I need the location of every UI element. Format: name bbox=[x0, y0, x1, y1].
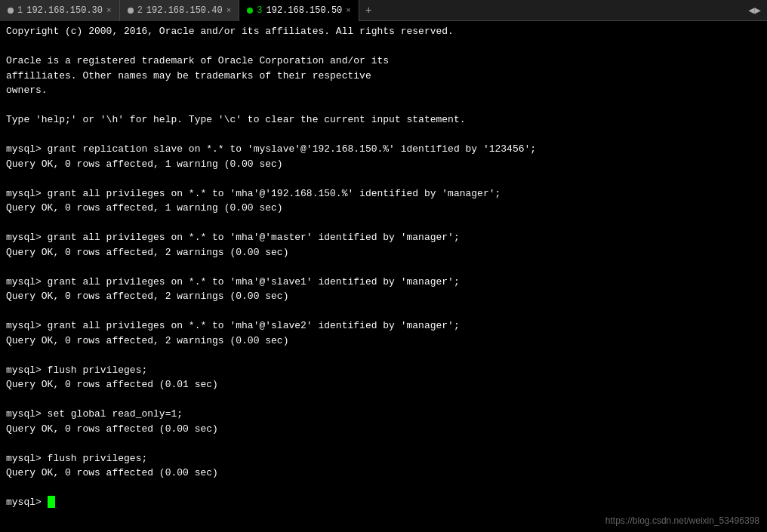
tab-dot-3 bbox=[247, 8, 253, 14]
tab-label-3: 192.168.150.50 bbox=[266, 5, 342, 16]
tab-number-1: 1 bbox=[17, 5, 23, 16]
tab-label-1: 192.168.150.30 bbox=[26, 5, 103, 16]
tab-close-1[interactable]: × bbox=[106, 6, 112, 15]
terminal-content: Copyright (c) 2000, 2016, Oracle and/or … bbox=[6, 24, 761, 510]
tab-close-3[interactable]: × bbox=[346, 6, 351, 15]
watermark: https://blog.csdn.net/weixin_53496398 bbox=[605, 515, 759, 526]
tab-dot-2 bbox=[128, 8, 134, 14]
tab-add-button[interactable]: + bbox=[359, 0, 377, 21]
tab-number-2: 2 bbox=[137, 5, 143, 16]
nav-right-arrow[interactable]: ▶ bbox=[755, 4, 761, 17]
tab-number-3: 3 bbox=[257, 5, 262, 16]
tab-1[interactable]: 1 192.168.150.30× bbox=[0, 0, 120, 21]
tab-close-2[interactable]: × bbox=[226, 6, 232, 15]
tab-bar: 1 192.168.150.30×2 192.168.150.40×3 192.… bbox=[0, 0, 767, 21]
tab-dot-1 bbox=[8, 8, 14, 14]
tab-2[interactable]: 2 192.168.150.40× bbox=[120, 0, 240, 21]
tab-nav-arrows: ◀▶ bbox=[742, 4, 767, 17]
tab-3[interactable]: 3 192.168.150.50× bbox=[239, 0, 359, 21]
terminal-cursor bbox=[48, 496, 55, 508]
tab-label-2: 192.168.150.40 bbox=[146, 5, 223, 16]
nav-left-arrow[interactable]: ◀ bbox=[748, 4, 754, 17]
terminal-body: Copyright (c) 2000, 2016, Oracle and/or … bbox=[0, 21, 767, 532]
